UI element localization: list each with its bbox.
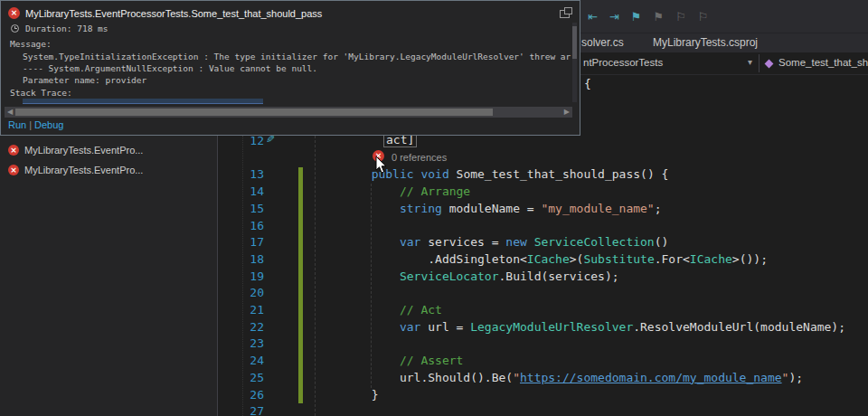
code-text: }	[315, 388, 378, 402]
test-actions: Run|Debug	[8, 119, 63, 130]
horizontal-scrollbar[interactable]: ◀ ▶	[5, 107, 572, 118]
code-token: url.Should().Be(	[400, 371, 513, 384]
code-line-19[interactable]: 19 ServiceLocator.Build(services);	[219, 269, 868, 286]
line-number: 13	[219, 167, 264, 181]
line-number: 18	[219, 252, 264, 266]
code-token	[315, 269, 400, 283]
line-number: 19	[219, 269, 264, 283]
line-number: 12	[219, 134, 264, 147]
message-line: System.TypeInitializationException : The…	[23, 51, 571, 62]
run-link[interactable]: Run	[8, 119, 26, 130]
code-token: moduleName =	[442, 202, 542, 215]
code-token: string	[400, 202, 442, 215]
scroll-left-icon[interactable]: ◀	[7, 108, 13, 116]
code-token: .For<	[655, 252, 690, 266]
vertical-scrollbar[interactable]	[572, 23, 577, 102]
panel-splitter[interactable]	[217, 136, 218, 416]
test-name-label: MyLibraryTests.EventPro...	[24, 165, 143, 175]
test-result-tooltip: × MyLibraryTests.EventProcessorTests.Som…	[0, 0, 580, 136]
code-token: "	[513, 371, 520, 384]
popout-icon[interactable]	[560, 10, 570, 18]
clock-icon	[11, 24, 19, 33]
line-number: 17	[219, 235, 264, 249]
code-line-26[interactable]: 26 }	[219, 387, 868, 404]
message-label: Message:	[10, 39, 52, 49]
code-token	[449, 167, 457, 181]
line-number: 23	[219, 336, 264, 350]
link-separator: |	[29, 119, 32, 130]
code-token	[315, 252, 428, 266]
test-result-title: MyLibraryTests.EventProcessorTests.Some_…	[25, 8, 322, 19]
code-line-27[interactable]: 27	[219, 403, 868, 416]
code-line-21[interactable]: 21 // Act	[219, 302, 868, 319]
code-token: // Arrange	[400, 184, 470, 198]
code-token: Substitute	[583, 252, 654, 266]
test-explorer-item[interactable]: ×MyLibraryTests.EventPro...	[0, 161, 217, 178]
code-token	[315, 303, 400, 317]
code-text: url.Should().Be("https://somedomain.com/…	[315, 371, 803, 384]
code-line-15[interactable]: 15 string moduleName = "my_module_name";	[219, 201, 868, 218]
code-token	[315, 371, 400, 384]
debug-link[interactable]: Debug	[34, 119, 63, 130]
line-number: 27	[219, 404, 264, 416]
line-number: 21	[219, 303, 264, 317]
code-token: var	[400, 235, 420, 249]
code-line-17[interactable]: 17 var services = new ServiceCollection(…	[219, 234, 868, 251]
line-number: 24	[219, 354, 264, 367]
ide-window: ⇤⇥⚑⚑⚐⚐ solver.cs MyLibraryTests.csproj n…	[0, 0, 868, 416]
code-token: "my_module_name"	[541, 202, 654, 215]
code-token	[315, 184, 400, 198]
code-line-23[interactable]: 23	[219, 336, 868, 353]
code-line-24[interactable]: 24 // Assert	[219, 353, 868, 370]
code-text: // Act	[315, 303, 442, 317]
code-token: >(	[570, 252, 584, 266]
line-number: 14	[219, 184, 264, 198]
code-text: var url = LegacyModuleUrlResolver.Resolv…	[315, 320, 845, 334]
code-token: ()	[655, 235, 669, 249]
code-token: var	[400, 320, 420, 334]
test-name-label: MyLibraryTests.EventPro...	[24, 145, 143, 156]
code-token: ;	[655, 202, 662, 215]
code-text: ServiceLocator.Build(services);	[315, 269, 619, 283]
code-token: url =	[420, 320, 470, 334]
line-number: 26	[219, 388, 264, 402]
codelens-row[interactable]: × 0 references	[219, 149, 868, 166]
test-explorer-item[interactable]: ×MyLibraryTests.EventPro...	[0, 141, 217, 158]
scroll-right-icon[interactable]: ▶	[564, 108, 570, 116]
code-line-13[interactable]: 13 public void Some_test_that_should_pas…	[219, 166, 868, 184]
code-token: new	[505, 235, 526, 249]
line-number: 20	[219, 286, 264, 299]
line-number: 22	[219, 320, 264, 334]
test-explorer-panel: ×MyLibraryTests.EventPro...×MyLibraryTes…	[0, 136, 217, 416]
code-text: public void Some_test_that_should_pass()…	[315, 167, 668, 181]
line-number: 15	[219, 202, 264, 215]
code-line-22[interactable]: 22 var url = LegacyModuleUrlResolver.Res…	[219, 319, 868, 336]
code-text: // Assert	[315, 354, 463, 367]
scrollbar-thumb[interactable]	[572, 26, 577, 59]
url-link[interactable]: https://somedomain.com/my_module_name	[520, 371, 782, 384]
code-line-18[interactable]: 18 .AddSingleton<ICache>(Substitute.For<…	[219, 251, 868, 269]
code-token	[315, 235, 400, 249]
code-line-20[interactable]: 20	[219, 285, 868, 302]
test-failed-icon: ×	[8, 145, 19, 156]
test-failed-icon: ×	[8, 7, 20, 19]
mouse-cursor	[375, 156, 389, 175]
codelens-references[interactable]: 0 references	[392, 152, 447, 163]
message-line: ---- System.ArgumentNullException : Valu…	[23, 62, 571, 74]
code-token: );	[788, 371, 803, 384]
code-token: ICache	[690, 252, 732, 266]
code-line-25[interactable]: 25 url.Should().Be("https://somedomain.c…	[219, 370, 868, 387]
code-token: }	[372, 388, 379, 402]
code-line-14[interactable]: 14 // Arrange	[219, 184, 868, 201]
message-block: System.TypeInitializationException : The…	[23, 51, 571, 86]
stack-trace-label: Stack Trace:	[10, 88, 72, 98]
scrollbar-thumb[interactable]	[15, 109, 493, 116]
code-line-16[interactable]: 16	[219, 218, 868, 235]
code-token	[315, 354, 400, 367]
code-token: void	[420, 167, 448, 181]
test-duration: Duration: 718 ms	[25, 24, 108, 33]
code-token: // Assert	[400, 354, 463, 367]
code-token: >());	[732, 252, 768, 266]
code-token	[315, 202, 400, 215]
code-text: string moduleName = "my_module_name";	[315, 202, 662, 215]
